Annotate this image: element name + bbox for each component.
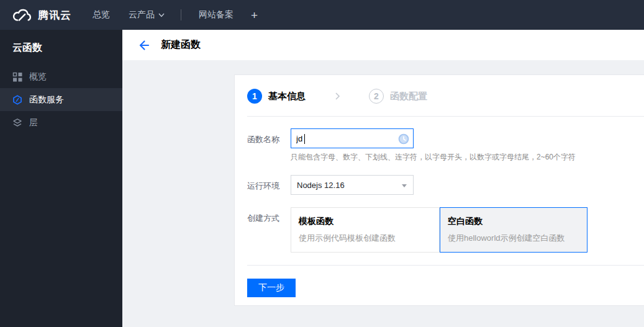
layers-icon [12, 118, 22, 128]
nav-item-beian[interactable]: 网站备案 [199, 9, 234, 20]
option-card-blank-function[interactable]: 空白函数 使用helloworld示例创建空白函数 [440, 207, 587, 253]
option-desc: 使用helloworld示例创建空白函数 [448, 233, 579, 244]
sidebar-item-label: 函数服务 [29, 94, 64, 105]
arrow-left-icon[interactable] [138, 39, 150, 52]
function-name-help: 只能包含字母、数字、下划线、连字符，以字母开头，以数字或字母结尾，2~60个字符 [291, 152, 576, 163]
create-method-label: 创建方式 [247, 207, 291, 253]
runtime-select-value: Nodejs 12.16 [297, 181, 345, 190]
create-method-options: 模板函数 使用示例代码模板创建函数 空白函数 使用helloworld示例创建空… [291, 207, 587, 253]
add-tab-button[interactable]: + [251, 9, 258, 21]
select-caret-icon [402, 184, 407, 187]
grid-icon [12, 72, 22, 82]
text-cursor [304, 134, 305, 144]
nav-divider [181, 9, 181, 20]
page-header: 新建函数 [122, 30, 644, 60]
sidebar-item-label: 层 [29, 117, 38, 128]
chevron-down-icon [158, 13, 165, 17]
option-title: 空白函数 [448, 216, 579, 227]
function-name-label: 函数名称 [247, 128, 291, 163]
runtime-row: 运行环境 Nodejs 12.16 [247, 175, 632, 195]
option-title: 模板函数 [299, 216, 432, 227]
option-card-template-function[interactable]: 模板函数 使用示例代码模板创建函数 [291, 207, 440, 253]
clock-icon[interactable] [398, 133, 409, 145]
create-function-card: 1 基本信息 2 函数配置 函数名称 [234, 74, 644, 306]
sidebar-title: 云函数 [0, 30, 122, 55]
create-method-row: 创建方式 模板函数 使用示例代码模板创建函数 空白函数 使用helloworld… [247, 207, 632, 253]
sidebar-item-layers[interactable]: 层 [0, 111, 122, 134]
sidebar-item-label: 概览 [29, 71, 47, 83]
function-name-input[interactable] [291, 129, 413, 148]
card-footer: 下一步 [235, 266, 644, 297]
content-area: 1 基本信息 2 函数配置 函数名称 [122, 60, 644, 327]
top-navbar: 腾讯云 总览 云产品 网站备案 + [0, 0, 644, 30]
nav-item-products-label: 云产品 [129, 9, 155, 20]
sidebar: 云函数 概览 函数服务 层 [0, 30, 122, 327]
step-2-label: 函数配置 [390, 91, 427, 102]
function-name-row: 函数名称 只能包含字母、数字、下划线、连字符，以字母开头，以数字或字母结尾，2~… [247, 128, 632, 163]
step-1-label: 基本信息 [268, 91, 306, 102]
step-indicator: 1 基本信息 2 函数配置 [235, 75, 644, 116]
next-step-button[interactable]: 下一步 [247, 279, 296, 297]
runtime-label: 运行环境 [247, 175, 291, 195]
scf-hexagon-icon [12, 95, 22, 105]
nav-item-products[interactable]: 云产品 [129, 9, 165, 20]
tencent-cloud-brand[interactable]: 腾讯云 [11, 7, 71, 23]
nav-item-overview[interactable]: 总览 [93, 9, 110, 20]
basic-info-form: 函数名称 只能包含字母、数字、下划线、连字符，以字母开头，以数字或字母结尾，2~… [235, 117, 644, 253]
step-2-circle: 2 [369, 89, 384, 104]
sidebar-item-overview[interactable]: 概览 [0, 65, 122, 88]
option-desc: 使用示例代码模板创建函数 [299, 233, 432, 244]
tencent-cloud-logo-icon [11, 7, 32, 23]
page-title: 新建函数 [161, 38, 201, 52]
runtime-select[interactable]: Nodejs 12.16 [291, 175, 414, 195]
brand-name: 腾讯云 [38, 8, 71, 22]
function-name-input-wrap [291, 128, 414, 148]
chevron-right-icon [333, 92, 342, 101]
step-1-circle: 1 [247, 89, 262, 104]
sidebar-item-functions[interactable]: 函数服务 [0, 88, 122, 111]
